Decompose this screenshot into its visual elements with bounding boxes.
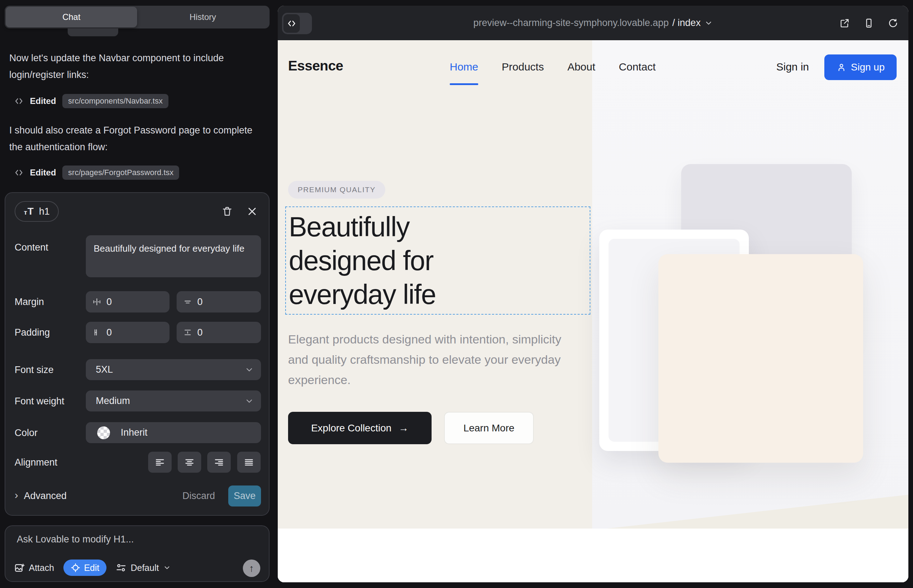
chevron-down-icon: [163, 564, 171, 572]
color-select[interactable]: Inherit: [86, 422, 261, 443]
align-justify-button[interactable]: [237, 452, 261, 473]
preview-panel: preview--charming-site-symphony.lovable.…: [278, 6, 908, 582]
align-left-button[interactable]: [148, 452, 172, 473]
sign-up-label: Sign up: [851, 61, 885, 73]
url-page: / index: [672, 18, 701, 29]
edited-file-row: Edited src/components/Navbar.tsx: [14, 93, 168, 109]
save-button[interactable]: Save: [228, 486, 261, 507]
user-icon: [837, 62, 847, 72]
font-weight-value: Medium: [96, 396, 130, 407]
url-bar[interactable]: preview--charming-site-symphony.lovable.…: [278, 6, 908, 40]
align-center-button[interactable]: [178, 452, 201, 473]
nav-link-about[interactable]: About: [567, 61, 595, 73]
chevron-right-icon: ›: [15, 490, 18, 501]
arrow-right-icon: →: [398, 423, 408, 434]
padding-x-input[interactable]: 0: [86, 322, 170, 343]
advanced-toggle[interactable]: › Advanced: [15, 486, 66, 507]
sliders-icon: [116, 562, 126, 573]
align-center-icon: [184, 457, 195, 468]
font-weight-label: Font weight: [15, 396, 65, 407]
scrolled-chip: [68, 29, 118, 36]
align-left-icon: [155, 457, 165, 468]
font-weight-select[interactable]: Medium: [86, 391, 261, 412]
font-size-select[interactable]: 5XL: [86, 359, 261, 380]
refresh-icon: [888, 18, 898, 29]
edited-file-chip[interactable]: src/pages/ForgotPassword.tsx: [62, 165, 179, 180]
chevron-down-icon: [244, 396, 254, 406]
delete-element-button[interactable]: [220, 204, 234, 218]
nav-link-products[interactable]: Products: [502, 61, 544, 73]
preview-header: preview--charming-site-symphony.lovable.…: [278, 6, 908, 40]
crosshair-icon: [71, 563, 81, 573]
mode-label: Default: [131, 563, 159, 573]
edited-file-row: Edited src/pages/ForgotPassword.tsx: [14, 165, 179, 181]
section-below-hero: [278, 528, 908, 582]
edited-label: Edited: [30, 96, 56, 106]
margin-y-input[interactable]: 0: [176, 291, 261, 312]
nav-links: Home Products About Contact: [450, 61, 656, 73]
composer-input[interactable]: Ask Lovable to modify H1...: [17, 534, 134, 545]
chat-sidebar: Chat History Now let's update the Navbar…: [0, 0, 274, 588]
chat-composer: Ask Lovable to modify H1... Attach Edit …: [5, 525, 270, 582]
nav-link-home[interactable]: Home: [450, 61, 478, 73]
explore-collection-label: Explore Collection: [311, 423, 392, 434]
site-navbar: Essence Home Products About Contact Sign…: [278, 40, 908, 94]
color-swatch: [97, 426, 110, 439]
learn-more-button[interactable]: Learn More: [444, 412, 534, 444]
sign-in-link[interactable]: Sign in: [776, 61, 809, 73]
padding-y-value: 0: [197, 327, 202, 338]
padding-label: Padding: [15, 327, 50, 338]
content-label: Content: [15, 242, 49, 253]
open-external-button[interactable]: [839, 18, 850, 29]
padding-x-value: 0: [107, 327, 112, 338]
composer-toolbar: Attach Edit Default: [14, 559, 171, 577]
close-editor-button[interactable]: [245, 204, 259, 218]
padding-y-icon: [183, 328, 192, 337]
margin-y-value: 0: [197, 297, 202, 307]
refresh-button[interactable]: [888, 18, 898, 29]
edit-mode-button[interactable]: Edit: [63, 559, 107, 576]
url-domain: preview--charming-site-symphony.lovable.…: [473, 18, 669, 29]
element-tag: h1: [39, 206, 50, 217]
arrow-up-icon: ↑: [249, 563, 254, 574]
decorative-card-beige: [659, 254, 863, 463]
align-right-button[interactable]: [207, 452, 231, 473]
padding-y-input[interactable]: 0: [176, 322, 261, 343]
explore-collection-button[interactable]: Explore Collection →: [288, 412, 432, 444]
attach-button[interactable]: Attach: [14, 562, 54, 573]
margin-label: Margin: [15, 297, 44, 307]
tab-history[interactable]: History: [137, 7, 269, 27]
chat-history-tabbar: Chat History: [5, 6, 270, 29]
mobile-view-button[interactable]: [863, 18, 874, 29]
chevron-down-icon: [704, 19, 713, 27]
sign-up-button[interactable]: Sign up: [824, 55, 897, 80]
h1-selection-box[interactable]: Beautifully designed for everyday life: [285, 207, 590, 315]
hero-heading[interactable]: Beautifully designed for everyday life: [289, 210, 436, 312]
margin-x-input[interactable]: 0: [86, 291, 170, 312]
color-value: Inherit: [121, 427, 147, 438]
color-label: Color: [15, 428, 38, 438]
discard-button[interactable]: Discard: [183, 486, 214, 507]
align-justify-icon: [244, 457, 254, 468]
edited-file-chip[interactable]: src/components/Navbar.tsx: [62, 94, 168, 108]
trash-icon: [222, 206, 233, 217]
mode-select[interactable]: Default: [116, 562, 171, 573]
tab-chat[interactable]: Chat: [6, 7, 137, 27]
edited-label: Edited: [30, 168, 56, 178]
content-input[interactable]: Beautifully designed for everyday life: [86, 235, 261, 277]
close-icon: [247, 206, 257, 217]
send-button[interactable]: ↑: [243, 559, 260, 577]
premium-quality-badge: PREMIUM QUALITY: [288, 181, 385, 199]
chevron-down-icon: [244, 365, 254, 375]
chat-message: Now let's update the Navbar component to…: [9, 50, 263, 83]
selected-element-pill: тT h1: [15, 201, 59, 222]
padding-x-icon: [92, 328, 102, 337]
font-size-value: 5XL: [96, 364, 113, 375]
code-icon: [14, 168, 24, 177]
site-logo[interactable]: Essence: [288, 58, 343, 74]
attach-label: Attach: [29, 563, 54, 573]
code-icon: [14, 97, 24, 106]
nav-link-contact[interactable]: Contact: [619, 61, 656, 73]
mobile-device-icon: [863, 18, 874, 29]
margin-x-value: 0: [107, 297, 112, 307]
